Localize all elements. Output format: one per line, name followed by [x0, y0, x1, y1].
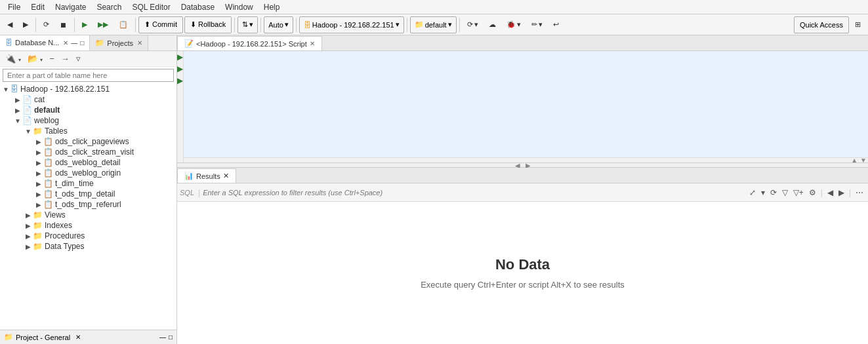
forward-button[interactable]: ▶ — [18, 16, 33, 33]
back-button[interactable]: ◀ — [3, 16, 17, 33]
scroll-down-btn[interactable]: ▼ — [860, 157, 867, 164]
t2-arrow: ▶ — [34, 149, 43, 156]
auto-dropdown[interactable]: Auto ▾ — [264, 16, 293, 33]
window-button[interactable]: ⊞ — [850, 16, 865, 33]
nav-prev-button[interactable]: ◀ — [825, 187, 835, 199]
minimize-db-nav[interactable]: — — [71, 39, 77, 47]
tab-projects[interactable]: 📁 Projects ✕ — [90, 35, 148, 50]
tree-item-indexes[interactable]: ▶ 📁 Indexes — [0, 220, 176, 231]
sql-separator: | — [198, 188, 200, 197]
quick-access-button[interactable]: Quick Access — [794, 16, 849, 33]
resize-handle[interactable]: ◀ ▶ — [177, 162, 868, 168]
close-results-tab[interactable]: ✕ — [223, 172, 229, 180]
execute-script-button[interactable]: ▶▶ — [93, 16, 113, 33]
tree-item-t-ods-tmp-detail[interactable]: ▶ 📋 t_ods_tmp_detail — [0, 189, 176, 199]
sync-button[interactable]: ⟳ ▾ — [463, 16, 483, 33]
tree-item-views[interactable]: ▶ 📁 Views — [0, 210, 176, 220]
tree-item-t-dim-time[interactable]: ▶ 📋 t_dim_time — [0, 178, 176, 189]
edit-button[interactable]: ✏ ▾ — [527, 16, 547, 33]
edit-chevron: ▾ — [539, 20, 543, 29]
editor-tabs: 📝 <Hadoop - 192.168.22.151> Script ✕ — [177, 35, 868, 51]
filter-add-icon: ▽+ — [793, 188, 804, 197]
sql-filter-input[interactable] — [203, 189, 746, 197]
weblog-icon: 📄 — [22, 116, 32, 125]
close-projects-tab[interactable]: ✕ — [137, 39, 142, 47]
separator-6 — [296, 18, 297, 32]
close-editor-tab[interactable]: ✕ — [310, 40, 315, 47]
expand-chevron-button[interactable]: ▾ — [759, 187, 767, 199]
menu-database[interactable]: Database — [176, 1, 220, 13]
tree-item-data-types[interactable]: ▶ 📁 Data Types — [0, 241, 176, 252]
tree-item-root[interactable]: ▼ 🗄 Hadoop - 192.168.22.151 — [0, 84, 176, 94]
refresh-results-button[interactable]: ⟳ — [768, 187, 779, 199]
format-dropdown[interactable]: ⇅ ▾ — [238, 16, 258, 33]
execute-button[interactable]: ▶ — [77, 16, 92, 33]
results-tab-main[interactable]: 📊 Results ✕ — [177, 168, 236, 183]
schema-chevron: ▾ — [448, 20, 452, 29]
next-button[interactable]: → — [58, 53, 72, 64]
collapse-button[interactable]: − — [47, 53, 57, 64]
menu-window[interactable]: Window — [220, 1, 258, 13]
tree-item-ods-weblog-origin[interactable]: ▶ 📋 ods_weblog_origin — [0, 168, 176, 178]
folder-chevron: ▾ — [40, 57, 43, 63]
new-connection-button[interactable]: 🔌 ▾ — [3, 53, 24, 64]
rollback-button[interactable]: ⬇ Rollback — [184, 16, 232, 33]
scroll-up-btn[interactable]: ▲ — [851, 157, 858, 164]
new-conn-icon: 🔌 — [5, 54, 16, 64]
sql-editor-area[interactable]: ▶ ▶ ▶ ▲ ▼ — [177, 51, 868, 162]
t2-label: ods_click_stream_visit — [55, 147, 134, 157]
bug-button[interactable]: 🐞 ▾ — [502, 16, 526, 33]
schema-dropdown[interactable]: 📁 default ▾ — [410, 16, 457, 33]
table-search-input[interactable] — [3, 69, 174, 82]
explain-button[interactable]: 📋 — [114, 16, 133, 33]
filter-add-button[interactable]: ▽+ — [791, 187, 806, 199]
editor-tab-script[interactable]: 📝 <Hadoop - 192.168.22.151> Script ✕ — [177, 36, 322, 50]
menu-sql-editor[interactable]: SQL Editor — [127, 1, 175, 13]
maximize-db-nav[interactable]: □ — [80, 39, 84, 47]
tree-item-cat[interactable]: ▶ 📄 cat — [0, 94, 176, 105]
tree-item-weblog[interactable]: ▼ 📄 weblog — [0, 115, 176, 126]
toolbar-sep-r2: | — [849, 188, 851, 197]
menu-bar: File Edit Navigate Search SQL Editor Dat… — [0, 0, 868, 14]
menu-edit[interactable]: Edit — [26, 1, 50, 13]
no-data-subtitle: Execute query Ctrl+Enter or script Alt+X… — [421, 280, 625, 290]
menu-help[interactable]: Help — [258, 1, 285, 13]
tree-item-tables[interactable]: ▼ 📁 Tables — [0, 126, 176, 136]
filter-settings-button[interactable]: ⚙ — [807, 187, 818, 199]
expand-button[interactable]: ⤢ — [747, 187, 758, 199]
open-folder-button[interactable]: 📂 ▾ — [25, 53, 46, 64]
nav-next-button[interactable]: ▶ — [837, 187, 846, 199]
separator-1 — [35, 18, 36, 32]
refresh-button[interactable]: ⟳ — [39, 16, 54, 33]
script-tab-icon: 📝 — [184, 39, 194, 48]
cloud-button[interactable]: ☁ — [484, 16, 501, 33]
editor-gutter: ▶ ▶ ▶ — [177, 51, 184, 162]
filter-button[interactable]: ▽ — [780, 187, 790, 199]
undo-button[interactable]: ↩ — [548, 16, 564, 33]
tree-item-t-ods-tmp-referurl[interactable]: ▶ 📋 t_ods_tmp_referurl — [0, 199, 176, 210]
editor-content[interactable] — [177, 51, 868, 157]
menu-file[interactable]: File — [3, 1, 26, 13]
settings-button[interactable]: ▿ — [73, 53, 83, 64]
editor-hscrollbar[interactable]: ▲ ▼ — [177, 157, 868, 162]
menu-navigate[interactable]: Navigate — [50, 1, 91, 13]
tree-item-ods-click-stream-visit[interactable]: ▶ 📋 ods_click_stream_visit — [0, 147, 176, 157]
project-general-tab[interactable]: 📁 Project - General ✕ — □ — [0, 330, 176, 344]
stop-button[interactable]: ⏹ — [55, 16, 72, 33]
close-project-tab[interactable]: ✕ — [75, 334, 81, 341]
rollback-icon: ⬇ — [190, 20, 198, 28]
maximize-project[interactable]: □ — [169, 334, 173, 341]
tree-item-procedures[interactable]: ▶ 📁 Procedures — [0, 231, 176, 241]
close-db-nav-tab[interactable]: ✕ — [63, 39, 68, 47]
tree-item-default[interactable]: ▶ 📄 default — [0, 105, 176, 115]
nav-prev-icon: ◀ — [827, 188, 833, 197]
connection-dropdown[interactable]: 🗄 Hadoop - 192.168.22.151 ▾ — [299, 16, 404, 33]
tree-item-ods-weblog-detail[interactable]: ▶ 📋 ods_weblog_detail — [0, 157, 176, 168]
tab-database-navigator[interactable]: 🗄 Database N... ✕ — □ — [0, 35, 90, 50]
minimize-project[interactable]: — — [159, 334, 166, 341]
menu-search[interactable]: Search — [91, 1, 127, 13]
commit-button[interactable]: ⬆ Commit — [138, 16, 183, 33]
more-options-button[interactable]: ⋯ — [854, 187, 865, 199]
explain-icon: 📋 — [119, 20, 128, 29]
tree-item-ods-click-pageviews[interactable]: ▶ 📋 ods_click_pageviews — [0, 136, 176, 147]
